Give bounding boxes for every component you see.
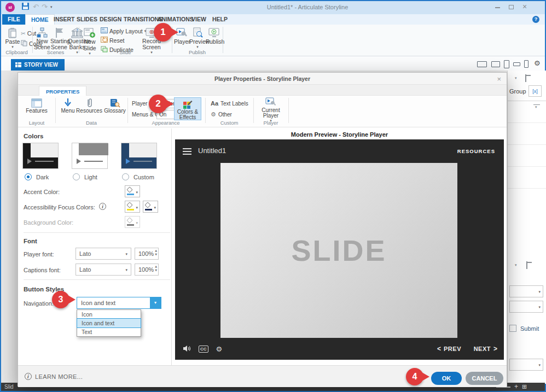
glossary-button[interactable]: Glossary bbox=[102, 97, 127, 114]
starting-scene-button[interactable]: Starting Scene bbox=[50, 26, 68, 50]
theme-thumb-dark[interactable] bbox=[22, 143, 59, 169]
panel2-collapse-icon[interactable]: ▾ bbox=[515, 263, 517, 267]
save-icon[interactable] bbox=[22, 3, 29, 10]
submit-label: Submit bbox=[520, 325, 539, 332]
closed-captions-icon[interactable]: CC bbox=[199, 346, 208, 353]
player-font-dropdown[interactable]: Lato▾ bbox=[75, 248, 131, 260]
panel-collapse-icon[interactable]: ▾ bbox=[515, 76, 517, 80]
features-button[interactable]: Features bbox=[22, 97, 51, 114]
dialog-close-icon[interactable]: × bbox=[497, 75, 501, 83]
captions-font-size-spinner[interactable]: 100%▲▼ bbox=[135, 264, 159, 276]
ok-button[interactable]: OK bbox=[431, 372, 462, 385]
callout-badge-1: 1 bbox=[154, 23, 172, 42]
preview-caret-icon: ▾ bbox=[189, 45, 206, 49]
publish-button[interactable]: Publish bbox=[206, 26, 222, 45]
volume-icon[interactable] bbox=[183, 345, 191, 353]
tab-story-view[interactable]: STORY VIEW bbox=[11, 59, 65, 71]
tab-file[interactable]: FILE bbox=[2, 14, 26, 25]
radio-dark[interactable]: Dark bbox=[25, 173, 49, 180]
radio-light[interactable]: Light bbox=[73, 173, 97, 180]
variable-icon[interactable]: [x] bbox=[528, 85, 542, 97]
learn-more-info-icon: i bbox=[25, 373, 32, 380]
captions-font-dropdown[interactable]: Lato▾ bbox=[75, 264, 131, 276]
captions-font-label: Captions font: bbox=[24, 267, 61, 273]
menu-option-text[interactable]: Text bbox=[77, 327, 141, 336]
other-button[interactable]: ⚙ Other bbox=[211, 111, 232, 118]
info-icon[interactable]: i bbox=[99, 203, 106, 210]
apply-layout-button[interactable]: Apply Layout ▾ bbox=[101, 27, 146, 34]
submit-checkbox[interactable] bbox=[509, 325, 516, 332]
callout-badge-3: 3 bbox=[52, 291, 69, 308]
view-tab-row: STORY VIEW ⚙ bbox=[1, 56, 545, 71]
colors-heading: Colors bbox=[24, 133, 43, 139]
group-label-publish: Publish bbox=[172, 49, 223, 55]
fit-to-window-icon[interactable]: ⊞ bbox=[522, 383, 527, 390]
radio-custom[interactable]: Custom bbox=[122, 173, 154, 180]
theme-thumb-custom[interactable] bbox=[121, 143, 157, 169]
preview-settings-gear-icon[interactable]: ⚙ bbox=[534, 59, 541, 67]
text-labels-button[interactable]: Aa Text Labels bbox=[211, 100, 248, 107]
copy-icon bbox=[21, 40, 27, 48]
dialog-ribbon: Features Layout Menu Resources Glossary … bbox=[18, 96, 507, 127]
device-phone-landscape-icon[interactable] bbox=[513, 62, 520, 66]
resources-tab[interactable]: RESOURCES bbox=[457, 148, 495, 154]
paste-button[interactable]: Paste ▾ bbox=[4, 26, 21, 49]
background-dropdown-2[interactable]: ▾ bbox=[509, 301, 543, 313]
font-heading: Font bbox=[24, 238, 37, 244]
background-dropdown-1[interactable]: ▾ bbox=[509, 285, 543, 297]
gear-icon: ⚙ bbox=[211, 111, 216, 118]
colors-effects-button[interactable]: Colors & Effects bbox=[174, 97, 201, 120]
player-font-size-spinner[interactable]: 100%▲▼ bbox=[135, 248, 159, 260]
minimize-icon[interactable] bbox=[495, 7, 500, 8]
accent-color-picker[interactable]: ▾ bbox=[125, 185, 140, 197]
new-scene-icon bbox=[34, 26, 50, 38]
zoom-in-icon[interactable]: + bbox=[514, 383, 518, 390]
slide-stage: SLIDE bbox=[220, 163, 457, 338]
resources-button[interactable]: Resources bbox=[76, 97, 102, 114]
menu-button[interactable]: Menu bbox=[60, 97, 76, 114]
callout-badge-2: 2 bbox=[149, 95, 167, 113]
navigation-dropdown[interactable]: Icon and text ▾ bbox=[77, 297, 161, 309]
restore-icon[interactable] bbox=[509, 5, 514, 9]
player-preview: Untitled1 RESOURCES SLIDE CC ⚙ < PREV NE… bbox=[175, 139, 504, 360]
focus-color-picker-2[interactable]: ▾ bbox=[143, 201, 158, 213]
reset-button[interactable]: Reset bbox=[101, 37, 124, 44]
current-player-icon bbox=[258, 97, 284, 108]
close-icon[interactable]: × bbox=[522, 3, 527, 10]
tab-properties[interactable]: PROPERTIES bbox=[39, 86, 86, 96]
preview-button[interactable]: Preview ▾ bbox=[189, 26, 206, 49]
tab-help[interactable]: HELP bbox=[207, 14, 233, 25]
callout-badge-4: 4 bbox=[406, 368, 423, 385]
current-player-button[interactable]: Current Player ▾ bbox=[258, 97, 284, 123]
qat-caret-icon[interactable]: ▾ bbox=[50, 5, 53, 9]
focus-color-picker-1[interactable]: ▾ bbox=[125, 201, 140, 213]
panel-window-icon[interactable] bbox=[525, 74, 526, 82]
panel2-window-icon[interactable] bbox=[526, 261, 527, 269]
group-label-custom: Custom bbox=[205, 120, 253, 126]
device-tablet-portrait-icon[interactable] bbox=[504, 60, 509, 68]
paint-cup-icon bbox=[126, 186, 132, 192]
undo-icon[interactable]: ↶ bbox=[33, 3, 39, 11]
slide-placeholder-text: SLIDE bbox=[291, 233, 386, 267]
device-laptop-icon[interactable] bbox=[477, 61, 487, 67]
menu-option-icon-and-text[interactable]: Icon and text bbox=[77, 319, 141, 327]
navigation-dropdown-caret-icon[interactable]: ▾ bbox=[150, 297, 161, 308]
prev-button[interactable]: < PREV bbox=[437, 345, 461, 353]
learn-more-link[interactable]: i LEARN MORE... bbox=[25, 373, 83, 380]
hamburger-menu-icon[interactable] bbox=[183, 148, 191, 156]
help-icon[interactable]: ? bbox=[532, 16, 539, 23]
next-button[interactable]: NEXT > bbox=[474, 345, 497, 353]
player-settings-gear-icon[interactable]: ⚙ bbox=[216, 345, 223, 353]
cancel-button[interactable]: CANCEL bbox=[466, 372, 503, 385]
theme-thumb-light[interactable] bbox=[72, 143, 108, 169]
device-tablet-landscape-icon[interactable] bbox=[491, 61, 500, 67]
new-scene-button[interactable]: New Scene bbox=[34, 26, 50, 50]
device-phone-portrait-icon[interactable] bbox=[524, 60, 528, 68]
background-dropdown-3[interactable]: ▾ bbox=[509, 359, 543, 371]
story-view-icon bbox=[15, 62, 21, 67]
player-course-title: Untitled1 bbox=[198, 147, 226, 155]
group-label-clipboard: Clipboard bbox=[1, 49, 32, 55]
redo-icon[interactable]: ↷ bbox=[42, 3, 48, 11]
menu-option-icon[interactable]: Icon bbox=[77, 310, 141, 319]
player-font-label: Player font: bbox=[24, 251, 54, 258]
